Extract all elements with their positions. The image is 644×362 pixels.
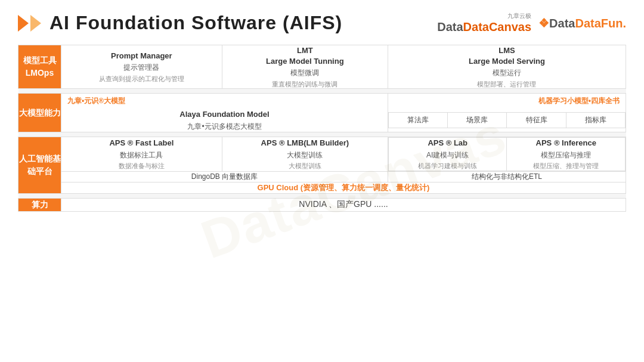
prompt-manager-cell: Prompt Manager 提示管理器 从查询到提示的工程化与管理 [61,45,222,89]
lms-cell: LMSLarge Model Serving 模型运行 模型部署、运行管理 [388,45,626,89]
suanfa-item: 算法库 [388,113,447,128]
arrow-icon [18,15,41,32]
zhibiao-item: 指标库 [566,113,625,128]
lmt-cell: LMTLarge Model Tunning 模型微调 重直模型的训练与微调 [222,45,388,89]
logo-datacanvas: DataDataCanvas [437,20,531,34]
llm-content-row: Alaya Foundation Model 九章•元识多模态大模型 算法库 场… [18,109,626,132]
compute-label: 算力 [18,198,61,211]
fast-label-desc: 数据准备与标注 [61,162,222,170]
lmt-title: LMTLarge Model Tunning [222,45,388,67]
lms-subtitle: 模型运行 [388,68,626,78]
yuanshi-label: 九章•元识®大模型 [67,97,125,105]
ai-platform-tools-row: 人工智能基础平台 APS ® Fast Label 数据标注工具 数据准备与标注… [18,137,626,171]
lab-title: APS ® Lab [389,138,507,148]
alaya-title: Alaya Foundation Model [61,109,388,120]
aifs-table: 模型工具LMOps Prompt Manager 提示管理器 从查询到提示的工程… [18,45,626,212]
gpu-cloud-cell: GPU Cloud (资源管理、算力统一调度、量化统计) [61,182,626,193]
alaya-subtitle: 九章•元识多模态大模型 [61,122,388,132]
fast-label-subtitle: 数据标注工具 [61,150,222,160]
lab-inference-cell: APS ® Lab AI建模与训练 机器学习建模与训练 APS ® Infere… [388,137,626,171]
lmops-label: 模型工具LMOps [18,45,61,89]
compute-content: NVIDIA 、国产GPU ...... [61,198,626,211]
changjing-item: 场景库 [448,113,507,128]
fast-label-title: APS ® Fast Label [61,138,222,148]
dingodb-cell: DingoDB 向量数据库 [61,171,388,182]
prompt-manager-subtitle: 提示管理器 [61,63,222,73]
lms-title: LMSLarge Model Serving [388,45,626,67]
page-title: AI Foundation Software (AIFS) [49,12,342,34]
header: AI Foundation Software (AIFS) 九章云极 DataD… [18,12,626,34]
lmb-title: APS ® LMB(LM Builder) [222,138,388,148]
lmt-desc: 重直模型的训练与微调 [222,80,388,88]
prompt-manager-title: Prompt Manager [61,51,222,61]
inference-subtitle: 模型压缩与推理 [507,150,625,160]
divider-2 [18,132,626,137]
compute-row: 算力 NVIDIA 、国产GPU ...... [18,198,626,211]
gpu-cloud-row: GPU Cloud (资源管理、算力统一调度、量化统计) [18,182,626,193]
alaya-cell: Alaya Foundation Model 九章•元识多模态大模型 [61,109,388,132]
divider-1 [18,89,626,94]
header-left: AI Foundation Software (AIFS) [18,12,342,34]
fast-label-cell: APS ® Fast Label 数据标注工具 数据准备与标注 [61,137,222,171]
logo-datafun: ❖DataDataFun. [538,16,626,30]
header-logos: 九章云极 DataDataCanvas ❖DataDataFun. [437,12,626,34]
inference-cell: APS ® Inference 模型压缩与推理 模型压缩、推理与管理 [507,138,626,171]
ml-items-cell: 算法库 场景库 特征库 指标库 [388,109,626,132]
divider-3 [18,193,626,198]
logo-jiuzhang-label: 九章云极 [507,12,531,20]
lmt-subtitle: 模型微调 [222,68,388,78]
lab-cell: APS ® Lab AI建模与训练 机器学习建模与训练 [388,138,507,171]
lmops-row: 模型工具LMOps Prompt Manager 提示管理器 从查询到提示的工程… [18,45,626,89]
llm-label: 大模型能力 [18,94,61,132]
lmb-subtitle: 大模型训练 [222,150,388,160]
ai-platform-label: 人工智能基础平台 [18,137,61,193]
inference-desc: 模型压缩、推理与管理 [507,162,625,170]
ml-label: 机器学习小模型•四库全书 [538,96,620,106]
lab-subtitle: AI建模与训练 [389,150,507,160]
inference-title: APS ® Inference [507,138,625,148]
prompt-manager-desc: 从查询到提示的工程化与管理 [61,75,222,83]
etl-cell: 结构化与非结构化ETL [388,171,626,182]
lms-desc: 模型部署、运行管理 [388,80,626,88]
lmb-cell: APS ® LMB(LM Builder) 大模型训练 大模型训练 [222,137,388,171]
tezheng-item: 特征库 [507,113,566,128]
llm-label-row: 大模型能力 九章•元识®大模型 机器学习小模型•四库全书 [18,94,626,109]
lab-desc: 机器学习建模与训练 [389,162,507,170]
db-etl-row: DingoDB 向量数据库 结构化与非结构化ETL [18,171,626,182]
lmb-desc: 大模型训练 [222,162,388,170]
